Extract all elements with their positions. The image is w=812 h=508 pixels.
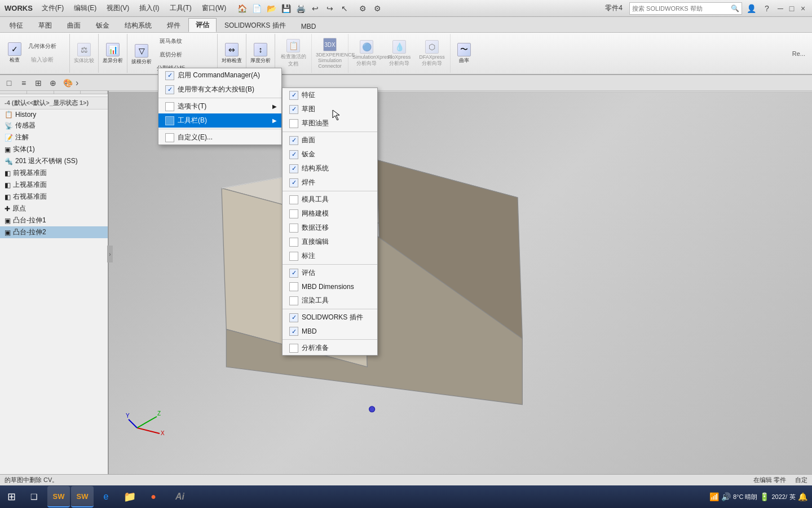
start-button[interactable]: ⊞: [0, 486, 23, 507]
sub-mold-tool[interactable]: 模具工具: [283, 192, 377, 207]
taskbar-sw2021[interactable]: SW: [47, 486, 70, 507]
view-orient-icon[interactable]: □: [2, 76, 16, 90]
menu-file[interactable]: 文件(F): [37, 2, 68, 14]
close-button[interactable]: ×: [798, 4, 807, 13]
sub-analysis-prep[interactable]: 分析准备: [283, 341, 377, 355]
draft-analysis-button[interactable]: ▽ 拔模分析: [130, 43, 153, 67]
sub-sketch[interactable]: ✓ 草图: [283, 102, 377, 116]
menu-edit[interactable]: 编辑(E): [69, 2, 101, 14]
sidebar-item-extrude1[interactable]: ▣ 凸台-拉伸1: [0, 214, 108, 226]
input-diag-button[interactable]: 输入诊断: [26, 54, 59, 66]
diff-analysis-button[interactable]: 📊 差异分析: [101, 42, 125, 65]
sub-sheet-metal[interactable]: ✓ 钣金: [283, 147, 377, 161]
thickness-button[interactable]: ↕ 厚度分析: [249, 42, 272, 65]
sidebar-item-extrude2[interactable]: ▣ 凸台-拉伸2: [0, 226, 108, 238]
grid-view-icon[interactable]: ⊞: [32, 76, 45, 90]
taskbar-ie[interactable]: e: [95, 486, 117, 507]
color-wheel-icon[interactable]: 🎨: [61, 76, 74, 90]
crosshair-icon[interactable]: ⊕: [46, 76, 60, 90]
zebra-button[interactable]: 斑马条纹: [155, 35, 187, 47]
network-icon[interactable]: 📶: [709, 492, 719, 501]
taskbar-sw2021b[interactable]: SW: [71, 486, 94, 507]
tab-evaluate[interactable]: 评估: [188, 18, 217, 32]
sidebar-item-solid[interactable]: ▣ 实体(1): [0, 143, 108, 155]
tab-sketch[interactable]: 草图: [31, 19, 59, 32]
sidebar-item-sensors[interactable]: 📡 传感器: [0, 120, 108, 132]
menu-view[interactable]: 视图(V): [102, 2, 134, 14]
menu-window[interactable]: 窗口(W): [197, 2, 231, 14]
sidebar-item-top-plane[interactable]: ◧ 上视基准面: [0, 179, 108, 191]
menu-tools[interactable]: 工具(T): [165, 2, 196, 14]
sub-struct-sys[interactable]: ✓ 结构系统: [283, 161, 377, 176]
volume-icon[interactable]: 🔊: [721, 492, 731, 501]
check-active-button[interactable]: 📋 检查激活的文档: [277, 38, 309, 69]
sub-data-migrate[interactable]: 数据迁移: [283, 221, 377, 235]
tab-surface[interactable]: 曲面: [60, 19, 88, 32]
taskbar-folder[interactable]: 📁: [118, 486, 141, 507]
tab-sheet-metal[interactable]: 钣金: [89, 19, 117, 32]
sub-surface[interactable]: ✓ 曲面: [283, 133, 377, 147]
sidebar-item-annotations[interactable]: 📝 注解: [0, 132, 108, 143]
help-search-bar[interactable]: 🔍: [629, 2, 742, 15]
geometry-button[interactable]: 几何体分析: [26, 40, 59, 52]
maximize-button[interactable]: □: [787, 4, 796, 13]
expand-panel-icon[interactable]: ›: [76, 78, 78, 88]
help-icon[interactable]: ?: [760, 2, 774, 15]
minimize-button[interactable]: ─: [776, 4, 785, 13]
curve-button[interactable]: 〜 曲率: [454, 42, 474, 65]
sub-evaluate[interactable]: ✓ 评估: [283, 266, 377, 280]
list-view-icon[interactable]: ≡: [17, 76, 30, 90]
help-search-input[interactable]: [632, 5, 731, 12]
compare-button[interactable]: ⚖ 实体比较: [72, 42, 96, 65]
sub-feature[interactable]: ✓ 特征: [283, 88, 377, 102]
undo-icon[interactable]: ↩: [308, 2, 322, 15]
sidebar-item-right-plane[interactable]: ◧ 右视基准面: [0, 191, 108, 203]
battery-icon[interactable]: 🔋: [760, 492, 769, 501]
tab-mbd[interactable]: MBD: [294, 20, 324, 32]
menu-insert[interactable]: 插入(I): [135, 2, 164, 14]
sidebar-collapse-arrow[interactable]: ›: [107, 246, 113, 262]
sub-direct-edit[interactable]: 直接编辑: [283, 235, 377, 249]
tab-sw-plugin[interactable]: SOLIDWORKS 插件: [217, 19, 293, 32]
undercut-button[interactable]: 底切分析: [155, 49, 187, 61]
taskbar-app[interactable]: ●: [142, 486, 165, 507]
tab-feature[interactable]: 特征: [2, 19, 30, 32]
ctx-cmd-manager[interactable]: ✓ 启用 CommandManager(A): [158, 68, 281, 82]
sidebar-item-origin[interactable]: ✚ 原点: [0, 203, 108, 214]
select-icon[interactable]: ↖: [338, 2, 351, 15]
sidebar-item-history[interactable]: 📋 History: [0, 110, 108, 120]
account-icon[interactable]: 👤: [744, 2, 758, 15]
new-icon[interactable]: 📄: [250, 2, 263, 15]
taskbar-ai[interactable]: Ai: [166, 486, 194, 507]
sub-mbd-dim[interactable]: MBD Dimensions: [283, 280, 377, 294]
sidebar-item-front-plane[interactable]: ◧ 前视基准面: [0, 167, 108, 179]
simxpress-button[interactable]: 🔵 SimulationXpress 分析向导: [351, 39, 382, 68]
sub-mbd[interactable]: ✓ MBD: [283, 325, 377, 338]
settings-icon[interactable]: ⚙: [370, 2, 384, 15]
options-icon[interactable]: ⚙: [356, 2, 369, 15]
ctx-customize[interactable]: 自定义(E)...: [158, 130, 281, 144]
save-icon[interactable]: 💾: [279, 2, 293, 15]
home-icon[interactable]: 🏠: [235, 2, 249, 15]
open-icon[interactable]: 📂: [264, 2, 278, 15]
flowxpress-button[interactable]: 💧 FloXpress 分析向导: [383, 39, 415, 68]
check-button[interactable]: ✓ 检查: [5, 41, 25, 65]
sub-sw-plugin[interactable]: ✓ SOLIDWORKS 插件: [283, 310, 377, 325]
sub-weld[interactable]: ✓ 焊件: [283, 176, 377, 190]
tab-weld[interactable]: 焊件: [160, 19, 188, 32]
dfaxpress-button[interactable]: ⬡ DFAXpress 分析向导: [416, 39, 448, 68]
ctx-toolbar[interactable]: 工具栏(B): [158, 113, 281, 128]
tab-struct[interactable]: 结构系统: [117, 19, 159, 32]
redo-icon[interactable]: ↪: [323, 2, 337, 15]
sub-sketch-ink[interactable]: 草图油墨: [283, 116, 377, 130]
sub-annotation[interactable]: 标注: [283, 249, 377, 263]
symmetry-button[interactable]: ⇔ 对称检查: [220, 42, 244, 65]
print-icon[interactable]: 🖨️: [294, 2, 307, 15]
sidebar-item-material[interactable]: 🔩 201 退火不锈钢 (SS): [0, 155, 108, 167]
3dx-button[interactable]: 3DX 3DEXPERIENCE Simulation Connector: [314, 37, 346, 70]
ctx-tab-card[interactable]: 选项卡(T): [158, 99, 281, 113]
sub-mesh[interactable]: 网格建模: [283, 207, 377, 221]
sub-render-tool[interactable]: 渲染工具: [283, 294, 377, 308]
ctx-large-text[interactable]: ✓ 使用带有文本的大按钮(B): [158, 82, 281, 97]
taskview-button[interactable]: ❑: [23, 486, 45, 507]
